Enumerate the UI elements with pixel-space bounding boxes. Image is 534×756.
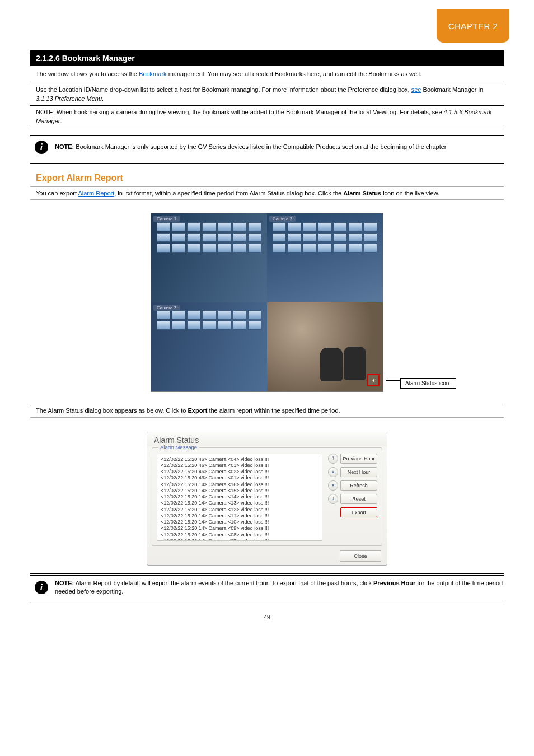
list-item: <12/02/22 15:20:14> Camera <12> video lo… (161, 507, 318, 513)
callout-label: Alarm Status icon (400, 378, 456, 389)
list-item: <12/02/22 15:20:14> Camera <10> video lo… (161, 519, 318, 525)
paragraph-2: Use the Location ID/Name drop-down list … (30, 85, 504, 104)
list-item: <12/02/22 15:20:46> Camera <04> video lo… (161, 456, 318, 463)
camera-label-2: Camera 2 (269, 216, 296, 222)
list-item: <12/02/22 15:20:14> Camera <13> video lo… (161, 500, 318, 506)
chapter-label: CHAPTER 2 (448, 21, 498, 31)
info-icon: i (35, 141, 48, 154)
last-icon[interactable]: ⤓ (328, 494, 338, 504)
chapter-tab: CHAPTER 2 (437, 9, 509, 43)
alarm-report-link[interactable]: Alarm Report (78, 190, 114, 197)
alarm-status-dialog: Alarm Status Alarm Message <12/02/22 15:… (147, 432, 387, 566)
paragraph-4: You can export Alarm Report, in .txt for… (30, 189, 504, 198)
paragraph-5: The Alarm Status dialog box appears as b… (30, 406, 504, 416)
refresh-button[interactable]: Refresh (340, 480, 377, 491)
note-block-2: i NOTE: Alarm Report by default will exp… (30, 573, 504, 604)
previous-hour-button[interactable]: Previous Hour (340, 454, 377, 464)
paragraph-3: NOTE: When bookmarking a camera during l… (30, 108, 504, 126)
reset-button[interactable]: Reset (340, 494, 377, 504)
list-item: <12/02/22 15:20:14> Camera <14> video lo… (161, 494, 318, 500)
list-item: <12/02/22 15:20:14> Camera <15> video lo… (161, 488, 318, 494)
list-item: <12/02/22 15:20:14> Camera <11> video lo… (161, 513, 318, 519)
note-1-text: NOTE: Bookmark Manager is only supported… (55, 143, 448, 152)
page-number: 49 (0, 614, 534, 620)
live-view-figure: Camera 1 Camera 2 Camera 3 Unknown ✶ (30, 213, 504, 392)
export-button[interactable]: Export (340, 507, 377, 517)
live-view-screenshot: Camera 1 Camera 2 Camera 3 Unknown ✶ (151, 213, 383, 392)
bookmark-link[interactable]: Bookmark (139, 71, 167, 77)
list-item: <12/02/22 15:20:14> Camera <16> video lo… (161, 482, 318, 488)
note-2-text: NOTE: Alarm Report by default will expor… (55, 579, 504, 597)
list-item: <12/02/22 15:20:46> Camera <03> video lo… (161, 463, 318, 469)
list-item: <12/02/22 15:20:14> Camera <09> video lo… (161, 525, 318, 531)
up-icon[interactable]: ▲ (328, 467, 338, 477)
list-item: <12/02/22 15:20:46> Camera <02> video lo… (161, 469, 318, 475)
list-item: <12/02/22 15:20:46> Camera <01> video lo… (161, 475, 318, 481)
info-icon: i (35, 581, 48, 594)
camera-label-1: Camera 1 (153, 216, 180, 222)
group-label: Alarm Message (158, 444, 199, 450)
section-heading: 2.1.2.6 Bookmark Manager (30, 50, 504, 66)
see-link[interactable]: see (411, 86, 421, 93)
next-hour-button[interactable]: Next Hour (340, 467, 377, 477)
paragraph-1: The window allows you to access the Book… (30, 69, 504, 79)
down-icon[interactable]: ▼ (328, 480, 338, 491)
alarm-message-list[interactable]: <12/02/22 15:20:46> Camera <04> video lo… (157, 454, 322, 541)
close-button[interactable]: Close (340, 550, 381, 562)
alarm-status-icon[interactable]: ✶ (367, 374, 380, 386)
list-item: <12/02/22 15:20:14> Camera <08> video lo… (161, 532, 318, 538)
note-block-1: i NOTE: Bookmark Manager is only support… (30, 135, 504, 157)
first-icon[interactable]: ⤒ (328, 454, 338, 464)
list-item: <12/02/22 15:20:14> Camera <07> video lo… (161, 538, 318, 541)
subsection-heading: Export Alarm Report (30, 173, 504, 183)
